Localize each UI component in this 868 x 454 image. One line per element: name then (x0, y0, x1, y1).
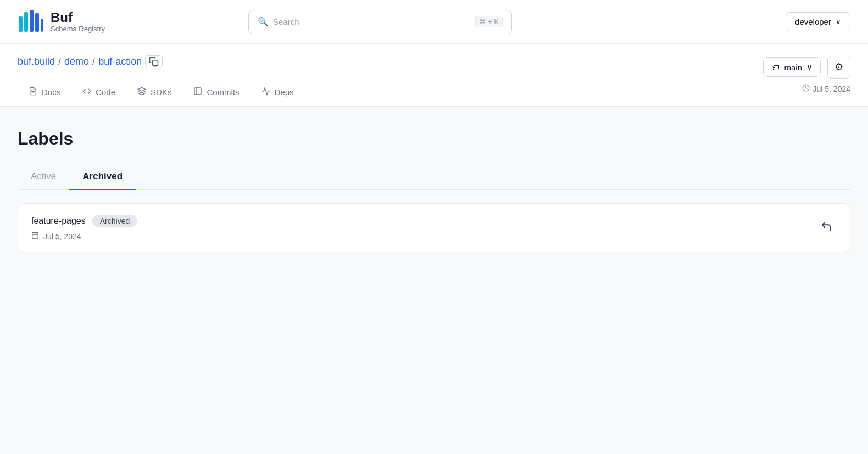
archived-tab-label: Archived (82, 171, 123, 181)
copy-button[interactable] (145, 55, 163, 68)
svg-rect-1 (24, 12, 28, 32)
main-content: Labels Active Archived feature-pages Arc… (0, 107, 868, 381)
user-name: developer (795, 17, 831, 26)
label-tab-active[interactable]: Active (18, 164, 69, 190)
branch-label: main (784, 63, 802, 72)
tab-sdks[interactable]: SDKs (126, 79, 182, 106)
label-card: feature-pages Archived Jul 5, 2024 (18, 203, 850, 252)
svg-rect-0 (19, 16, 23, 32)
calendar-icon (31, 231, 39, 241)
tab-docs-label: Docs (42, 87, 60, 97)
nav-tabs: Docs Code SDKs Commits (18, 79, 305, 106)
gear-icon: ⚙ (834, 61, 843, 73)
logo: Buf Schema Registry (18, 10, 105, 34)
svg-rect-3 (35, 13, 39, 32)
breadcrumb-sep-2: / (92, 56, 95, 68)
last-updated-date: Jul 5, 2024 (802, 84, 851, 101)
restore-button[interactable] (816, 216, 837, 240)
nav-tabs-row: Docs Code SDKs Commits (18, 79, 850, 106)
search-bar[interactable]: 🔍 Search ⌘ + K (248, 10, 512, 34)
tab-docs[interactable]: Docs (18, 79, 71, 106)
tab-sdks-label: SDKs (151, 87, 171, 97)
settings-button[interactable]: ⚙ (827, 56, 850, 79)
active-tab-label: Active (31, 171, 56, 181)
archived-badge: Archived (92, 215, 137, 227)
app-header: Buf Schema Registry 🔍 Search ⌘ + K devel… (0, 0, 868, 44)
breadcrumb-repo-part2[interactable]: buf-action (98, 56, 142, 68)
search-shortcut: ⌘ + K (475, 16, 503, 27)
label-name-row: feature-pages Archived (31, 215, 807, 227)
tag-icon: 🏷 (771, 63, 780, 72)
search-icon: 🔍 (258, 16, 269, 27)
tab-deps-label: Deps (275, 87, 294, 97)
date-label: Jul 5, 2024 (813, 85, 851, 93)
chevron-down-icon: ∨ (806, 62, 813, 72)
tab-deps[interactable]: Deps (251, 79, 305, 106)
breadcrumb-sep-1: / (58, 56, 61, 68)
label-info: feature-pages Archived Jul 5, 2024 (31, 215, 807, 241)
svg-rect-2 (30, 10, 34, 32)
deps-icon (261, 87, 270, 97)
chevron-down-icon: ∨ (836, 18, 841, 26)
search-placeholder: Search (273, 17, 471, 26)
tab-commits-label: Commits (207, 87, 239, 97)
logo-title: Buf (51, 10, 105, 25)
header-actions: 🏷 main ∨ ⚙ (763, 56, 850, 79)
logo-subtitle: Schema Registry (51, 25, 105, 33)
breadcrumb-org[interactable]: buf.build (18, 56, 55, 68)
svg-rect-5 (153, 60, 158, 66)
svg-marker-8 (138, 87, 145, 91)
tab-commits[interactable]: Commits (182, 79, 250, 106)
sdks-icon (137, 87, 146, 97)
label-date-row: Jul 5, 2024 (31, 231, 807, 241)
sub-header: buf.build / demo / buf-action 🏷 main ∨ ⚙ (0, 44, 868, 107)
label-name: feature-pages (31, 216, 86, 226)
label-tab-archived[interactable]: Archived (69, 164, 136, 190)
tab-code[interactable]: Code (71, 79, 126, 106)
svg-rect-4 (41, 19, 43, 32)
user-menu-button[interactable]: developer ∨ (786, 12, 850, 31)
branch-selector[interactable]: 🏷 main ∨ (763, 57, 821, 77)
breadcrumb-repo-part1[interactable]: demo (64, 56, 89, 68)
svg-rect-12 (32, 232, 38, 239)
label-tabs: Active Archived (18, 164, 850, 190)
clock-icon (802, 84, 810, 93)
svg-rect-9 (194, 88, 201, 95)
tab-code-label: Code (96, 87, 115, 97)
breadcrumb: buf.build / demo / buf-action (18, 55, 163, 68)
label-date: Jul 5, 2024 (43, 232, 81, 241)
logo-bars (18, 10, 44, 34)
code-icon (82, 87, 91, 97)
docs-icon (29, 87, 37, 97)
page-title: Labels (18, 129, 850, 149)
commits-icon (193, 87, 202, 97)
